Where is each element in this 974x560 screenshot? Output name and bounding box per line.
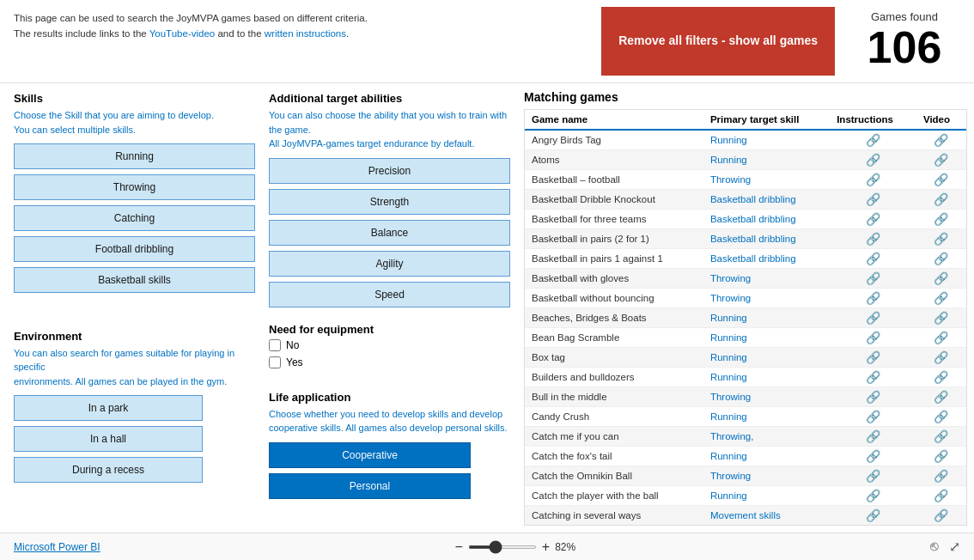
env-btn-hall[interactable]: In a hall	[14, 426, 203, 452]
video-icon[interactable]: 🔗	[934, 410, 948, 423]
video-icon[interactable]: 🔗	[934, 331, 948, 344]
video-icon[interactable]: 🔗	[934, 153, 948, 167]
zoom-plus-button[interactable]: +	[542, 539, 550, 555]
instructions-cell[interactable]: 🔗	[830, 486, 916, 506]
skill-btn-running[interactable]: Running	[14, 143, 255, 169]
life-app-btn-personal[interactable]: Personal	[269, 473, 471, 499]
remove-filters-button[interactable]: Remove all filters - show all games	[601, 7, 835, 76]
env-btn-park[interactable]: In a park	[14, 395, 203, 421]
instructions-icon[interactable]: 🔗	[866, 390, 880, 404]
instructions-cell[interactable]: 🔗	[830, 506, 916, 526]
instructions-icon[interactable]: 🔗	[866, 232, 880, 246]
video-icon[interactable]: 🔗	[934, 449, 948, 463]
equipment-yes-checkbox[interactable]	[269, 356, 281, 368]
instructions-icon[interactable]: 🔗	[866, 489, 880, 502]
video-cell[interactable]: 🔗	[916, 249, 966, 269]
video-cell[interactable]: 🔗	[916, 170, 966, 190]
video-icon[interactable]: 🔗	[934, 212, 948, 226]
skill-btn-precision[interactable]: Precision	[269, 158, 510, 184]
instructions-cell[interactable]: 🔗	[830, 269, 916, 289]
video-icon[interactable]: 🔗	[934, 173, 948, 186]
video-cell[interactable]: 🔗	[916, 348, 966, 368]
video-icon[interactable]: 🔗	[934, 133, 948, 147]
video-icon[interactable]: 🔗	[934, 232, 948, 246]
instructions-cell[interactable]: 🔗	[830, 130, 916, 150]
share-icon[interactable]: ⎋	[930, 539, 939, 555]
skill-btn-speed[interactable]: Speed	[269, 282, 510, 307]
skill-btn-basketball-skills[interactable]: Basketball skills	[14, 267, 255, 293]
instructions-cell[interactable]: 🔗	[830, 289, 916, 308]
instructions-icon[interactable]: 🔗	[866, 311, 880, 325]
video-cell[interactable]: 🔗	[916, 308, 966, 328]
skill-btn-strength[interactable]: Strength	[269, 189, 510, 215]
video-icon[interactable]: 🔗	[934, 271, 948, 285]
env-btn-recess[interactable]: During a recess	[14, 457, 203, 483]
instructions-icon[interactable]: 🔗	[866, 331, 880, 344]
instructions-icon[interactable]: 🔗	[866, 133, 880, 147]
life-app-btn-cooperative[interactable]: Cooperative	[269, 442, 471, 468]
instructions-icon[interactable]: 🔗	[866, 173, 880, 186]
instructions-cell[interactable]: 🔗	[830, 210, 916, 229]
instructions-icon[interactable]: 🔗	[866, 153, 880, 167]
video-cell[interactable]: 🔗	[916, 447, 966, 466]
equipment-no-checkbox[interactable]	[269, 339, 281, 351]
instructions-cell[interactable]: 🔗	[830, 427, 916, 447]
skill-btn-catching[interactable]: Catching	[14, 205, 255, 231]
instructions-icon[interactable]: 🔗	[866, 469, 880, 483]
instructions-icon[interactable]: 🔗	[866, 350, 880, 364]
video-icon[interactable]: 🔗	[934, 311, 948, 325]
instructions-cell[interactable]: 🔗	[830, 308, 916, 328]
instructions-cell[interactable]: 🔗	[830, 170, 916, 190]
video-cell[interactable]: 🔗	[916, 407, 966, 427]
instructions-cell[interactable]: 🔗	[830, 229, 916, 249]
instructions-icon[interactable]: 🔗	[866, 429, 880, 443]
video-cell[interactable]: 🔗	[916, 328, 966, 348]
video-icon[interactable]: 🔗	[934, 350, 948, 364]
equipment-no-option[interactable]: No	[269, 339, 510, 351]
powerbi-link[interactable]: Microsoft Power BI	[14, 541, 100, 553]
skill-btn-agility[interactable]: Agility	[269, 251, 510, 277]
video-cell[interactable]: 🔗	[916, 289, 966, 308]
instructions-cell[interactable]: 🔗	[830, 328, 916, 348]
skill-btn-balance[interactable]: Balance	[269, 220, 510, 246]
video-icon[interactable]: 🔗	[934, 252, 948, 265]
zoom-minus-button[interactable]: −	[454, 539, 462, 555]
video-icon[interactable]: 🔗	[934, 429, 948, 443]
instructions-icon[interactable]: 🔗	[866, 192, 880, 206]
video-cell[interactable]: 🔗	[916, 486, 966, 506]
video-icon[interactable]: 🔗	[934, 489, 948, 502]
video-icon[interactable]: 🔗	[934, 291, 948, 305]
video-cell[interactable]: 🔗	[916, 466, 966, 486]
instructions-cell[interactable]: 🔗	[830, 466, 916, 486]
video-cell[interactable]: 🔗	[916, 150, 966, 170]
video-cell[interactable]: 🔗	[916, 506, 966, 526]
video-cell[interactable]: 🔗	[916, 190, 966, 210]
video-cell[interactable]: 🔗	[916, 368, 966, 387]
instructions-cell[interactable]: 🔗	[830, 407, 916, 427]
equipment-yes-option[interactable]: Yes	[269, 356, 510, 368]
games-table-wrapper[interactable]: Game name Primary target skill Instructi…	[524, 109, 967, 526]
video-cell[interactable]: 🔗	[916, 269, 966, 289]
instructions-icon[interactable]: 🔗	[866, 410, 880, 423]
instructions-icon[interactable]: 🔗	[866, 252, 880, 265]
video-cell[interactable]: 🔗	[916, 130, 966, 150]
video-cell[interactable]: 🔗	[916, 229, 966, 249]
instructions-cell[interactable]: 🔗	[830, 190, 916, 210]
instructions-icon[interactable]: 🔗	[866, 271, 880, 285]
instructions-icon[interactable]: 🔗	[866, 508, 880, 522]
video-icon[interactable]: 🔗	[934, 192, 948, 206]
video-icon[interactable]: 🔗	[934, 390, 948, 404]
instructions-cell[interactable]: 🔗	[830, 249, 916, 269]
video-icon[interactable]: 🔗	[934, 370, 948, 384]
instructions-icon[interactable]: 🔗	[866, 212, 880, 226]
skill-btn-football-dribbling[interactable]: Football dribbling	[14, 236, 255, 262]
fullscreen-icon[interactable]: ⤢	[949, 539, 960, 555]
instructions-icon[interactable]: 🔗	[866, 291, 880, 305]
instructions-cell[interactable]: 🔗	[830, 150, 916, 170]
instructions-cell[interactable]: 🔗	[830, 368, 916, 387]
video-icon[interactable]: 🔗	[934, 469, 948, 483]
video-cell[interactable]: 🔗	[916, 387, 966, 407]
video-cell[interactable]: 🔗	[916, 210, 966, 229]
zoom-slider[interactable]	[468, 545, 537, 549]
instructions-icon[interactable]: 🔗	[866, 449, 880, 463]
